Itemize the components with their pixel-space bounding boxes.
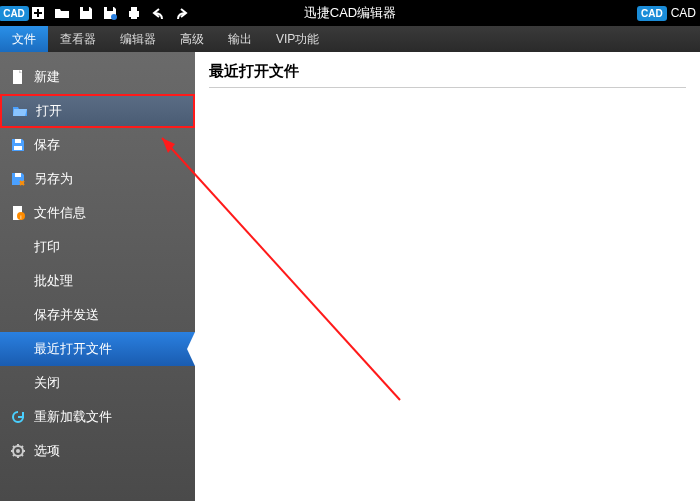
svg-rect-11 xyxy=(14,146,22,150)
svg-rect-4 xyxy=(107,7,113,11)
sidebar-item-label: 最近打开文件 xyxy=(34,340,112,358)
file-menu-sidebar: 新建 打开 保存 另存为 i 文件信息 打印 xyxy=(0,52,195,501)
app-icon: CAD xyxy=(4,3,24,23)
menu-vip[interactable]: VIP功能 xyxy=(264,26,331,52)
svg-point-5 xyxy=(111,14,117,20)
title-bar-right: CAD CAD xyxy=(637,6,696,21)
menu-advanced-label: 高级 xyxy=(180,31,204,48)
menu-advanced[interactable]: 高级 xyxy=(168,26,216,52)
save-icon xyxy=(10,137,26,153)
svg-rect-10 xyxy=(15,139,21,143)
menu-viewer-label: 查看器 xyxy=(60,31,96,48)
sidebar-item-new[interactable]: 新建 xyxy=(0,60,195,94)
new-file-icon xyxy=(10,69,26,85)
svg-text:i: i xyxy=(20,214,21,220)
body: 新建 打开 保存 另存为 i 文件信息 打印 xyxy=(0,52,700,501)
sidebar-item-label: 保存 xyxy=(34,136,60,154)
open-icon[interactable] xyxy=(52,3,72,23)
reload-icon xyxy=(10,409,26,425)
window-title: 迅捷CAD编辑器 xyxy=(304,4,396,22)
new-icon[interactable] xyxy=(28,3,48,23)
menu-vip-label: VIP功能 xyxy=(276,31,319,48)
options-icon xyxy=(10,443,26,459)
sidebar-item-save-as[interactable]: 另存为 xyxy=(0,162,195,196)
menu-file[interactable]: 文件 xyxy=(0,26,48,52)
info-icon: i xyxy=(10,205,26,221)
sidebar-item-label: 另存为 xyxy=(34,170,73,188)
menu-viewer[interactable]: 查看器 xyxy=(48,26,108,52)
svg-rect-3 xyxy=(83,7,89,11)
sidebar-item-file-info[interactable]: i 文件信息 xyxy=(0,196,195,230)
sidebar-item-label: 重新加载文件 xyxy=(34,408,112,426)
sidebar-item-open[interactable]: 打开 xyxy=(0,94,195,128)
blank-icon xyxy=(10,307,26,323)
menu-output[interactable]: 输出 xyxy=(216,26,264,52)
menu-output-label: 输出 xyxy=(228,31,252,48)
toolbar-quick-access: CAD xyxy=(0,3,192,23)
sidebar-item-close[interactable]: 关闭 xyxy=(0,366,195,400)
blank-icon xyxy=(10,375,26,391)
sidebar-item-recent[interactable]: 最近打开文件 xyxy=(0,332,195,366)
print-icon[interactable] xyxy=(124,3,144,23)
sidebar-item-label: 打开 xyxy=(36,102,62,120)
title-bar: CAD 迅捷CAD编辑器 CAD CAD xyxy=(0,0,700,26)
blank-icon xyxy=(10,239,26,255)
app-window: CAD 迅捷CAD编辑器 CAD CAD 文件 查看器 编辑器 高级 输出 VI… xyxy=(0,0,700,501)
content-panel: 最近打开文件 xyxy=(195,52,700,501)
sidebar-item-save[interactable]: 保存 xyxy=(0,128,195,162)
sidebar-item-label: 批处理 xyxy=(34,272,73,290)
sidebar-item-label: 文件信息 xyxy=(34,204,86,222)
save-as-icon[interactable] xyxy=(100,3,120,23)
sidebar-item-label: 保存并发送 xyxy=(34,306,99,324)
open-folder-icon xyxy=(12,103,28,119)
sidebar-item-print[interactable]: 打印 xyxy=(0,230,195,264)
sidebar-item-label: 关闭 xyxy=(34,374,60,392)
sidebar-item-options[interactable]: 选项 xyxy=(0,434,195,468)
sidebar-item-batch[interactable]: 批处理 xyxy=(0,264,195,298)
sidebar-item-label: 选项 xyxy=(34,442,60,460)
undo-icon[interactable] xyxy=(148,3,168,23)
svg-rect-8 xyxy=(131,15,137,19)
save-as-icon xyxy=(10,171,26,187)
svg-rect-12 xyxy=(15,173,21,177)
menu-file-label: 文件 xyxy=(12,31,36,48)
svg-point-17 xyxy=(16,449,20,453)
sidebar-item-save-send[interactable]: 保存并发送 xyxy=(0,298,195,332)
menu-editor-label: 编辑器 xyxy=(120,31,156,48)
save-icon[interactable] xyxy=(76,3,96,23)
content-heading: 最近打开文件 xyxy=(209,62,686,88)
redo-icon[interactable] xyxy=(172,3,192,23)
cad-badge-icon: CAD xyxy=(637,6,667,21)
svg-rect-7 xyxy=(131,7,137,11)
blank-icon xyxy=(10,273,26,289)
menu-editor[interactable]: 编辑器 xyxy=(108,26,168,52)
sidebar-item-label: 新建 xyxy=(34,68,60,86)
cad-right-label: CAD xyxy=(671,6,696,20)
menu-bar: 文件 查看器 编辑器 高级 输出 VIP功能 xyxy=(0,26,700,52)
sidebar-item-label: 打印 xyxy=(34,238,60,256)
blank-icon xyxy=(10,341,26,357)
sidebar-item-reload[interactable]: 重新加载文件 xyxy=(0,400,195,434)
